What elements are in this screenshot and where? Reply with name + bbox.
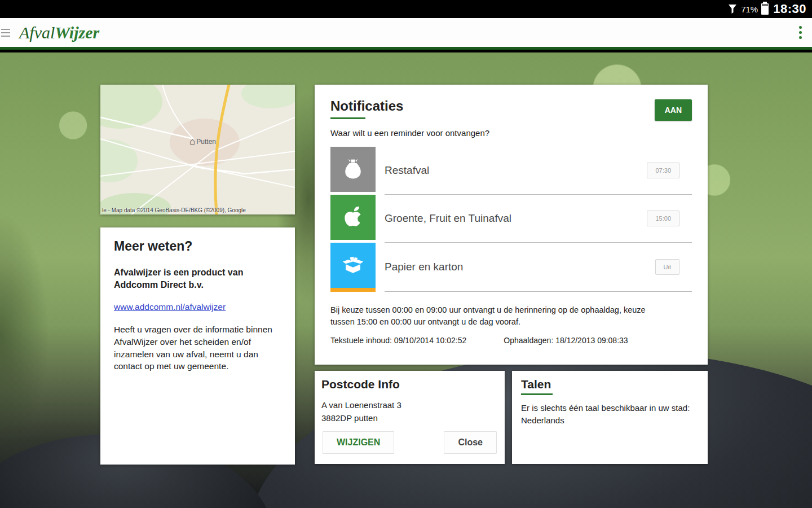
- talen-card: Talen Er is slechts één taal beschikbaar…: [512, 371, 708, 464]
- tekstuele-inhoud-timestamp: Tekstuele inhoud: 09/10/2014 10:02:52: [330, 336, 466, 345]
- notificaties-meta: Tekstuele inhoud: 09/10/2014 10:02:52 Op…: [330, 336, 692, 345]
- title-underline: [330, 117, 365, 119]
- ophaaldagen-timestamp: Ophaaldagen: 18/12/2013 09:08:33: [504, 336, 628, 345]
- notification-row-body: Restafval 07:30: [385, 147, 692, 195]
- apple-core-icon: [330, 195, 376, 240]
- postcode-info-title: Postcode Info: [321, 378, 498, 391]
- meer-weten-body: Heeft u vragen over de informatie binnen…: [114, 323, 281, 373]
- address-line1: A van Loenenstraat 3: [321, 399, 498, 412]
- menu-icon[interactable]: [1, 27, 12, 38]
- title-underline: [521, 393, 553, 395]
- address-line2: 3882DP putten: [321, 412, 498, 425]
- network-signal-icon: [727, 3, 738, 15]
- meer-weten-product-text: Afvalwijzer is een product van Addcomm D…: [114, 266, 281, 291]
- meer-weten-card: Meer weten? Afvalwijzer is een product v…: [100, 227, 295, 465]
- close-button[interactable]: Close: [444, 431, 497, 454]
- wijzigen-button[interactable]: WIJZIGEN: [323, 431, 394, 454]
- notification-row-gft[interactable]: Groente, Fruit en Tuinafval 15:00: [330, 195, 692, 243]
- notification-list: Restafval 07:30 Groente, Fruit en Tuinaf…: [330, 147, 692, 292]
- notificaties-subtitle: Waar wilt u een reminder voor ontvangen?: [330, 128, 692, 138]
- talen-body: Er is slechts één taal beschikbaar in uw…: [521, 402, 699, 427]
- battery-percent-label: 71%: [741, 5, 758, 14]
- notification-time-badge[interactable]: 15:00: [647, 211, 679, 226]
- paper-icon-wrap: [330, 243, 376, 292]
- paper-accent-strip: [330, 288, 376, 292]
- talen-title: Talen: [521, 378, 551, 391]
- addcomm-link[interactable]: www.addcomm.nl/afvalwijzer: [114, 302, 226, 312]
- map-marker: ⌂ Putten: [189, 137, 216, 146]
- app-title: AfvalWijzer: [19, 23, 99, 42]
- overflow-menu-icon[interactable]: [796, 23, 805, 42]
- map-attribution: le - Map data ©2014 GeoBasis-DE/BKG (©20…: [102, 207, 293, 213]
- map-place-label: Putten: [196, 138, 216, 146]
- map-card[interactable]: ⌂ Putten le - Map data ©2014 GeoBasis-DE…: [100, 85, 295, 214]
- app-title-part1: Afval: [19, 23, 55, 42]
- battery-icon: [761, 3, 769, 15]
- notification-row-restafval[interactable]: Restafval 07:30: [330, 147, 692, 195]
- notification-row-body: Papier en karton Uit: [385, 243, 692, 292]
- app-title-part2: Wijzer: [55, 23, 99, 42]
- notificaties-title: Notificaties: [330, 98, 403, 114]
- map-image: [100, 85, 295, 214]
- status-bar: 71% 18:30: [0, 0, 812, 18]
- postcode-info-card: Postcode Info A van Loenenstraat 3 3882D…: [315, 371, 505, 464]
- app-bar: AfvalWijzer: [0, 18, 812, 50]
- app-screen: 71% 18:30 AfvalWijzer: [0, 0, 812, 508]
- notification-time-badge[interactable]: Uit: [655, 259, 679, 275]
- house-marker-icon: ⌂: [189, 137, 195, 146]
- notification-label: Restafval: [385, 164, 429, 177]
- notifications-toggle-button[interactable]: AAN: [655, 99, 692, 121]
- notification-row-body: Groente, Fruit en Tuinafval 15:00: [385, 195, 692, 243]
- notification-row-papier[interactable]: Papier en karton Uit: [330, 243, 692, 292]
- trash-bag-icon: [330, 147, 376, 192]
- notification-label: Papier en karton: [385, 261, 463, 273]
- paper-box-icon: [330, 243, 376, 288]
- postcode-buttons: WIJZIGEN Close: [321, 431, 498, 454]
- notificaties-note: Bij keuze tussen 00:00 en 09:00 uur ontv…: [330, 304, 656, 328]
- notification-label: Groente, Fruit en Tuinafval: [385, 212, 511, 225]
- notificaties-card: Notificaties AAN Waar wilt u een reminde…: [315, 85, 708, 365]
- meer-weten-title: Meer weten?: [114, 239, 281, 254]
- notification-time-badge[interactable]: 07:30: [647, 163, 679, 178]
- clock-label: 18:30: [773, 2, 806, 16]
